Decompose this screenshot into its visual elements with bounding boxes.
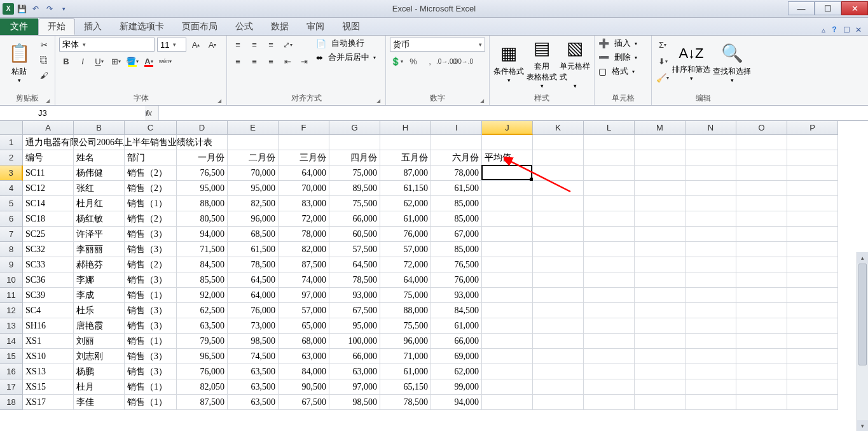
cell-C2[interactable]: 部门 bbox=[125, 150, 177, 166]
cell-J16[interactable] bbox=[482, 364, 533, 379]
cell-N1[interactable] bbox=[685, 135, 736, 150]
cut-button[interactable]: ✂ bbox=[37, 38, 51, 52]
cell-N7[interactable] bbox=[685, 227, 736, 242]
undo-button[interactable]: ↶ bbox=[29, 3, 42, 15]
cell-J6[interactable] bbox=[482, 211, 533, 227]
cell-E17[interactable]: 63,500 bbox=[228, 379, 279, 395]
row-header-17[interactable]: 17 bbox=[0, 379, 23, 395]
cell-P17[interactable] bbox=[787, 379, 838, 395]
cell-P16[interactable] bbox=[787, 364, 838, 379]
cell-L15[interactable] bbox=[584, 349, 635, 364]
cell-G9[interactable]: 64,500 bbox=[329, 257, 380, 272]
cell-K3[interactable] bbox=[533, 166, 584, 181]
cell-F7[interactable]: 78,000 bbox=[279, 227, 329, 242]
cell-B4[interactable]: 张红 bbox=[74, 181, 125, 196]
cell-M10[interactable] bbox=[635, 272, 685, 288]
cell-M12[interactable] bbox=[635, 303, 685, 318]
col-header-C[interactable]: C bbox=[125, 121, 177, 135]
cell-F13[interactable]: 65,000 bbox=[279, 318, 329, 334]
row-header-10[interactable]: 10 bbox=[0, 272, 23, 288]
cell-H17[interactable]: 65,150 bbox=[380, 379, 431, 395]
row-header-13[interactable]: 13 bbox=[0, 318, 23, 334]
cell-D7[interactable]: 94,000 bbox=[177, 227, 228, 242]
cell-L1[interactable] bbox=[584, 135, 635, 150]
col-header-A[interactable]: A bbox=[23, 121, 74, 135]
cell-O15[interactable] bbox=[736, 349, 787, 364]
cell-K8[interactable] bbox=[533, 242, 584, 257]
cell-L7[interactable] bbox=[584, 227, 635, 242]
cell-E15[interactable]: 74,500 bbox=[228, 349, 279, 364]
cell-D13[interactable]: 63,500 bbox=[177, 318, 228, 334]
row-header-8[interactable]: 8 bbox=[0, 242, 23, 257]
cell-O13[interactable] bbox=[736, 318, 787, 334]
cell-J13[interactable] bbox=[482, 318, 533, 334]
cell-M1[interactable] bbox=[635, 135, 685, 150]
cell-M11[interactable] bbox=[635, 288, 685, 303]
cell-I7[interactable]: 67,000 bbox=[431, 227, 482, 242]
launcher-icon[interactable]: ◢ bbox=[376, 98, 380, 104]
align-middle-button[interactable]: ≡ bbox=[247, 38, 261, 52]
cell-A12[interactable]: SC4 bbox=[23, 303, 74, 318]
minimize-ribbon-icon[interactable]: ▵ bbox=[822, 25, 825, 34]
font-size-combo[interactable]: 11▾ bbox=[157, 38, 186, 52]
cell-L18[interactable] bbox=[584, 395, 635, 410]
cell-A9[interactable]: SC33 bbox=[23, 257, 74, 272]
cell-P14[interactable] bbox=[787, 334, 838, 349]
row-header-5[interactable]: 5 bbox=[0, 196, 23, 211]
cell-H11[interactable]: 75,000 bbox=[380, 288, 431, 303]
cell-H16[interactable]: 61,000 bbox=[380, 364, 431, 379]
cell-C13[interactable]: 销售（3） bbox=[125, 318, 177, 334]
decrease-indent-button[interactable]: ⇤ bbox=[280, 54, 294, 68]
cell-O18[interactable] bbox=[736, 395, 787, 410]
cell-O14[interactable] bbox=[736, 334, 787, 349]
cell-L6[interactable] bbox=[584, 211, 635, 227]
cell-I17[interactable]: 99,000 bbox=[431, 379, 482, 395]
align-bottom-button[interactable]: ≡ bbox=[264, 38, 278, 52]
cell-G5[interactable]: 75,500 bbox=[329, 196, 380, 211]
cell-H10[interactable]: 64,000 bbox=[380, 272, 431, 288]
cell-F1[interactable] bbox=[279, 135, 329, 150]
cell-C18[interactable]: 销售（1） bbox=[125, 395, 177, 410]
cell-M6[interactable] bbox=[635, 211, 685, 227]
cell-E10[interactable]: 64,500 bbox=[228, 272, 279, 288]
percent-button[interactable]: % bbox=[406, 54, 420, 68]
cell-P7[interactable] bbox=[787, 227, 838, 242]
border-button[interactable]: ⊞▾ bbox=[109, 54, 123, 68]
paste-button[interactable]: 📋 粘贴 ▾ bbox=[4, 38, 34, 88]
cell-D16[interactable]: 76,000 bbox=[177, 364, 228, 379]
cell-D6[interactable]: 80,500 bbox=[177, 211, 228, 227]
cell-I15[interactable]: 69,000 bbox=[431, 349, 482, 364]
cell-J4[interactable] bbox=[482, 181, 533, 196]
file-tab[interactable]: 文件 bbox=[0, 18, 38, 35]
cell-A14[interactable]: XS1 bbox=[23, 334, 74, 349]
cell-E13[interactable]: 73,000 bbox=[228, 318, 279, 334]
cell-B12[interactable]: 杜乐 bbox=[74, 303, 125, 318]
cell-C1[interactable] bbox=[125, 135, 177, 150]
cell-M14[interactable] bbox=[635, 334, 685, 349]
sort-filter-button[interactable]: A↓Z排序和筛选▾ bbox=[672, 38, 710, 88]
cell-K9[interactable] bbox=[533, 257, 584, 272]
col-header-H[interactable]: H bbox=[380, 121, 431, 135]
cell-P9[interactable] bbox=[787, 257, 838, 272]
cell-A16[interactable]: XS13 bbox=[23, 364, 74, 379]
col-header-G[interactable]: G bbox=[329, 121, 380, 135]
row-header-9[interactable]: 9 bbox=[0, 257, 23, 272]
cell-E9[interactable]: 78,500 bbox=[228, 257, 279, 272]
cell-F6[interactable]: 72,000 bbox=[279, 211, 329, 227]
cell-J3[interactable] bbox=[482, 166, 533, 181]
cell-B2[interactable]: 姓名 bbox=[74, 150, 125, 166]
ribbon-tab-1[interactable]: 插入 bbox=[75, 18, 111, 35]
cell-K7[interactable] bbox=[533, 227, 584, 242]
cell-C17[interactable]: 销售（1） bbox=[125, 379, 177, 395]
cell-A11[interactable]: SC39 bbox=[23, 288, 74, 303]
cell-E16[interactable]: 63,500 bbox=[228, 364, 279, 379]
number-format-combo[interactable]: 货币▾ bbox=[390, 38, 485, 52]
cell-G18[interactable]: 98,500 bbox=[329, 395, 380, 410]
cell-B6[interactable]: 杨红敏 bbox=[74, 211, 125, 227]
cell-H1[interactable] bbox=[380, 135, 431, 150]
autosum-button[interactable]: Σ▾ bbox=[656, 38, 670, 52]
cell-K6[interactable] bbox=[533, 211, 584, 227]
cell-G1[interactable] bbox=[329, 135, 380, 150]
window-restore-icon[interactable]: ☐ bbox=[843, 25, 850, 34]
cell-F15[interactable]: 63,000 bbox=[279, 349, 329, 364]
